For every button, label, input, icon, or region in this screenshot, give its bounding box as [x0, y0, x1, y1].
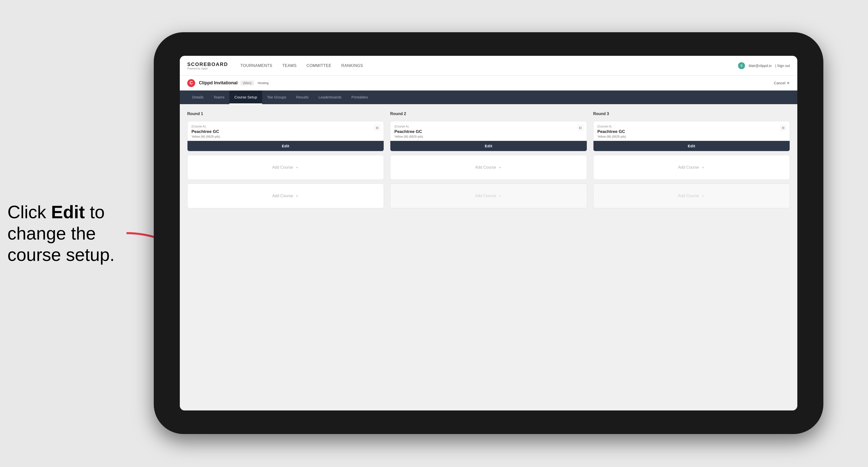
tab-printables[interactable]: Printables [346, 91, 373, 104]
round-3-add-icon-2: ＋ [701, 193, 705, 199]
round-3-course-name: Peachtree GC [597, 129, 786, 134]
round-2-label: Round 2 [390, 112, 587, 116]
tab-results[interactable]: Results [291, 91, 313, 104]
round-2-course-details: Yellow (M) (6629 yds) [394, 135, 583, 138]
round-2-add-course-2: Add Course ＋ [390, 184, 587, 208]
round-1-course-header: (Course A) Peachtree GC Yellow (M) (6629… [187, 121, 384, 141]
sign-out-link[interactable]: | Sign out [775, 64, 790, 68]
round-1-add-icon-2: ＋ [295, 193, 299, 199]
round-2-column: Round 2 (Course A) Peachtree GC Yellow (… [390, 112, 587, 208]
round-3-course-label: (Course A) [597, 125, 786, 128]
round-3-add-course-2-label: Add Course [678, 194, 699, 198]
round-2-add-icon-2: ＋ [498, 193, 502, 199]
instruction-prefix: Click [7, 202, 51, 222]
round-3-add-icon-1: ＋ [701, 165, 705, 170]
round-2-add-course-1[interactable]: Add Course ＋ [390, 155, 587, 180]
nav-link-teams[interactable]: TEAMS [282, 62, 297, 69]
round-2-add-course-1-label: Add Course [475, 165, 496, 169]
nav-link-committee[interactable]: COMMITTEE [307, 62, 332, 69]
round-3-add-course-1-label: Add Course [678, 165, 699, 169]
round-3-edit-button[interactable]: Edit [593, 141, 789, 151]
tab-details[interactable]: Details [187, 91, 209, 104]
rounds-grid: Round 1 (Course A) Peachtree GC Yellow (… [187, 112, 790, 208]
user-avatar: B [738, 62, 745, 69]
logo-area: SCOREBOARD Powered by clippd [187, 62, 228, 70]
tournament-name: Clippd Invitational [199, 80, 238, 86]
nav-link-rankings[interactable]: RANKINGS [341, 62, 363, 69]
logo-sub: Powered by clippd [187, 67, 228, 70]
round-3-label: Round 3 [593, 112, 790, 116]
tournament-logo-icon: C [187, 79, 195, 87]
round-3-column: Round 3 (Course A) Peachtree GC Yellow (… [593, 112, 790, 208]
tab-bar: Details Teams Course Setup Tee Groups Re… [180, 91, 797, 104]
round-1-add-course-1-label: Add Course [272, 165, 293, 169]
tab-leaderboards[interactable]: Leaderboards [313, 91, 346, 104]
round-2-course-header: (Course A) Peachtree GC Yellow (M) (6629… [390, 121, 587, 141]
tab-course-setup[interactable]: Course Setup [229, 91, 262, 104]
instruction-bold: Edit [51, 202, 85, 222]
round-3-delete-icon[interactable]: ⊟ [780, 125, 786, 131]
round-3-course-card: (Course A) Peachtree GC Yellow (M) (6629… [593, 121, 790, 151]
top-nav: SCOREBOARD Powered by clippd TOURNAMENTS… [180, 56, 797, 75]
round-3-course-details: Yellow (M) (6629 yds) [597, 135, 786, 138]
tournament-gender-badge: (Men) [241, 81, 254, 85]
sub-header: C Clippd Invitational (Men) Hosting Canc… [180, 75, 797, 91]
round-2-course-label: (Course A) [394, 125, 583, 128]
tab-teams[interactable]: Teams [209, 91, 229, 104]
main-content: Round 1 (Course A) Peachtree GC Yellow (… [180, 104, 797, 410]
round-3-add-course-1[interactable]: Add Course ＋ [593, 155, 790, 180]
round-1-course-label: (Course A) [191, 125, 380, 128]
round-1-column: Round 1 (Course A) Peachtree GC Yellow (… [187, 112, 384, 208]
round-3-course-header: (Course A) Peachtree GC Yellow (M) (6629… [593, 121, 789, 141]
logo-text: SCOREBOARD [187, 62, 228, 67]
nav-right: B blair@clippd.io | Sign out [738, 62, 790, 69]
round-1-course-card: (Course A) Peachtree GC Yellow (M) (6629… [187, 121, 384, 151]
round-2-course-card: (Course A) Peachtree GC Yellow (M) (6629… [390, 121, 587, 151]
round-2-add-course-2-label: Add Course [475, 194, 496, 198]
cancel-icon: ✕ [787, 81, 790, 85]
round-1-add-course-1[interactable]: Add Course ＋ [187, 155, 384, 180]
round-2-add-icon-1: ＋ [498, 165, 502, 170]
round-1-add-icon-1: ＋ [295, 165, 299, 170]
round-3-add-course-2: Add Course ＋ [593, 184, 790, 208]
round-1-delete-icon[interactable]: ⊟ [374, 125, 380, 131]
tablet-frame: SCOREBOARD Powered by clippd TOURNAMENTS… [154, 32, 824, 434]
cancel-button[interactable]: Cancel ✕ [774, 81, 790, 85]
user-email: blair@clippd.io [749, 64, 772, 68]
round-1-add-course-2[interactable]: Add Course ＋ [187, 184, 384, 208]
round-1-add-course-2-label: Add Course [272, 194, 293, 198]
round-1-course-name: Peachtree GC [191, 129, 380, 134]
round-1-label: Round 1 [187, 112, 384, 116]
round-2-course-name: Peachtree GC [394, 129, 583, 134]
tablet-screen: SCOREBOARD Powered by clippd TOURNAMENTS… [180, 56, 797, 410]
nav-links: TOURNAMENTS TEAMS COMMITTEE RANKINGS [240, 62, 738, 69]
round-2-edit-button[interactable]: Edit [390, 141, 587, 151]
round-2-delete-icon[interactable]: ⊟ [577, 125, 583, 131]
round-1-edit-button[interactable]: Edit [187, 141, 384, 151]
nav-link-tournaments[interactable]: TOURNAMENTS [240, 62, 272, 69]
tournament-status: Hosting [258, 81, 269, 85]
tab-tee-groups[interactable]: Tee Groups [262, 91, 291, 104]
instruction-text: Click Edit tochange thecourse setup. [7, 201, 136, 266]
round-1-course-details: Yellow (M) (6629 yds) [191, 135, 380, 138]
